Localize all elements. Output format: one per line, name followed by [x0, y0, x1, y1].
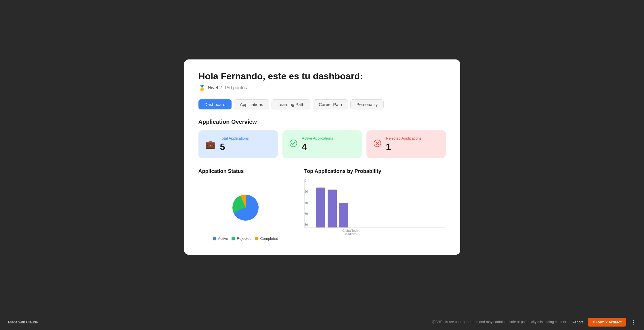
points-text: 150 puntos	[224, 85, 247, 90]
probability-title: Top Applications by Probability	[304, 168, 446, 174]
bar-2	[328, 190, 337, 227]
active-applications-card: Active Applications 4	[282, 130, 362, 158]
level-icon: 🥇	[198, 84, 206, 91]
remix-button[interactable]: ✦ Remix Artifact	[588, 318, 626, 327]
greeting-title: Hola Fernando, este es tu dashboard:	[198, 71, 446, 82]
footer-right: ⓘArtifacts are user-generated and may co…	[432, 318, 636, 327]
y-label-0: 0	[305, 179, 308, 182]
svg-point-0	[290, 140, 297, 147]
more-options-button[interactable]: ⋮	[631, 319, 636, 325]
rejected-applications-value: 1	[386, 142, 422, 152]
level-label: Nivel 2	[208, 85, 222, 90]
overview-cards: 💼 Total Applications 5 Active Applicatio…	[198, 130, 446, 158]
bar-group-1	[316, 188, 325, 227]
rejected-applications-card: Rejected Applications 1	[366, 130, 446, 158]
footer-bar: Made with Claude ⓘArtifacts are user-gen…	[0, 314, 644, 330]
legend-rejected-dot	[232, 237, 235, 240]
legend-completed: Completed	[255, 236, 278, 241]
level-row: 🥇 Nivel 2 150 puntos	[198, 84, 446, 91]
checkmark-icon	[289, 139, 297, 149]
pie-chart-svg	[228, 190, 263, 225]
y-label-40: 40	[305, 201, 308, 204]
x-label-company: GlobalTech Solutions	[339, 229, 362, 236]
y-label-20: 20	[305, 190, 308, 193]
y-label-60: 60	[305, 212, 308, 215]
rejected-applications-label: Rejected Applications	[386, 136, 422, 140]
report-button[interactable]: Report	[572, 320, 583, 324]
bar-chart-inner: 80 60 40 20 0	[304, 179, 446, 228]
overview-title: Application Overview	[198, 119, 446, 125]
total-applications-label: Total Applications	[220, 136, 249, 140]
bottom-section: Application Status	[198, 168, 446, 241]
tab-dashboard[interactable]: Dashboard	[198, 99, 232, 109]
main-card: Hola Fernando, este es tu dashboard: 🥇 N…	[184, 59, 460, 255]
y-label-80: 80	[305, 223, 308, 226]
legend-active-label: Active	[218, 236, 228, 241]
x-labels: GlobalTech Solutions	[304, 229, 446, 236]
bar-group-3	[339, 203, 348, 227]
app-status-title: Application Status	[198, 168, 293, 174]
tabs-container: Dashboard Applications Learning Path Car…	[198, 99, 446, 109]
legend-rejected-label: Rejected	[237, 236, 251, 241]
y-axis-labels: 80 60 40 20 0	[305, 179, 308, 227]
total-applications-value: 5	[220, 142, 249, 152]
total-applications-card: 💼 Total Applications 5	[198, 130, 278, 158]
x-circle-icon	[373, 139, 381, 149]
legend-rejected: Rejected	[232, 236, 251, 241]
chart-legend: Active Rejected Completed	[198, 236, 293, 241]
active-applications-value: 4	[302, 142, 333, 152]
bar-chart-container: 80 60 40 20 0	[304, 179, 446, 236]
tab-career-path[interactable]: Career Path	[313, 99, 348, 109]
app-status-section: Application Status	[198, 168, 293, 241]
pie-chart	[198, 179, 293, 236]
legend-active-dot	[213, 237, 216, 240]
legend-active: Active	[213, 236, 228, 241]
probability-section: Top Applications by Probability 80 60 40…	[304, 168, 446, 241]
legend-completed-label: Completed	[260, 236, 278, 241]
bar-3	[339, 203, 348, 227]
tab-applications[interactable]: Applications	[234, 99, 269, 109]
x-label-1	[316, 229, 325, 236]
briefcase-icon: 💼	[205, 140, 215, 149]
tab-learning-path[interactable]: Learning Path	[272, 99, 310, 109]
footer-info: ⓘArtifacts are user-generated and may co…	[432, 320, 567, 325]
legend-completed-dot	[255, 237, 258, 240]
bar-1	[316, 188, 325, 227]
active-applications-label: Active Applications	[302, 136, 333, 140]
bar-group-2	[328, 190, 337, 227]
x-label-2	[327, 229, 337, 236]
made-with-label: Made with Claude	[8, 320, 38, 324]
tab-personality[interactable]: Personality	[350, 99, 384, 109]
